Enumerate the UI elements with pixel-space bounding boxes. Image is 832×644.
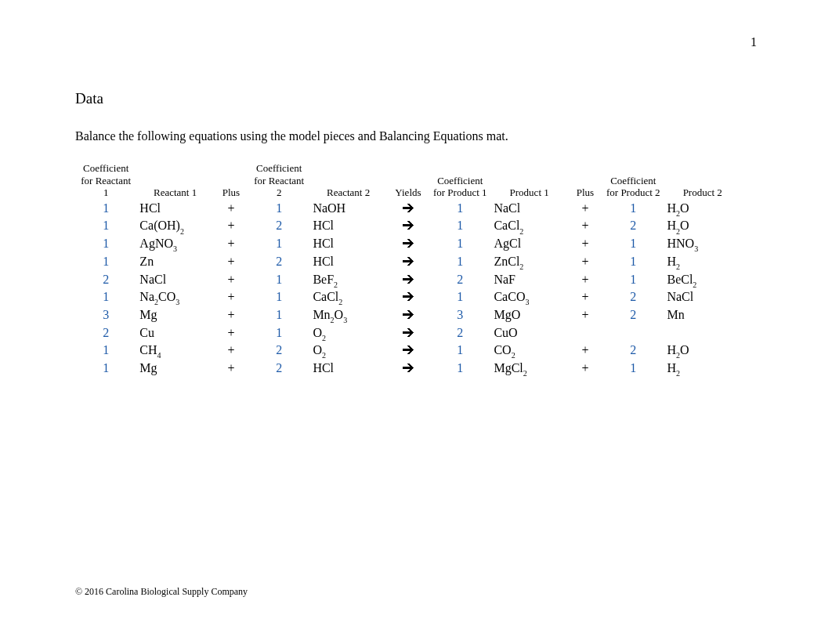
cell-coef-reactant-1: 1 [75,289,136,307]
cell-product-2: H2O [664,218,741,236]
cell-coef-product-2: 1 [602,360,664,378]
cell-reactant-2: BeF2 [309,272,386,290]
cell-coef-product-1: 1 [429,201,490,219]
table-row: 1Ca(OH)2+2HCl🡪1CaCl2+2H2O [75,218,741,236]
table-row: 2Cu+1O2🡪2CuO [75,325,741,343]
cell-coef-product-2 [602,325,664,343]
table-row: 1AgNO3+1HCl🡪1AgCl+1HNO3 [75,236,741,254]
cell-reactant-2: O2 [309,325,386,343]
cell-product-1: CuO [490,325,567,343]
table-row: 1Mg+2HCl🡪1MgCl2+1H2 [75,360,741,378]
cell-coef-reactant-1: 2 [75,325,136,343]
cell-reactant-1: Zn [136,254,213,272]
header-product-1: Product 1 [490,161,567,201]
table-row: 3Mg+1Mn2O3🡪3MgO+2Mn [75,307,741,325]
table-row: 1Zn+2HCl🡪1ZnCl2+1H2 [75,254,741,272]
cell-plus-2: + [568,236,602,254]
cell-product-2: H2 [664,254,741,272]
cell-plus-1: + [214,218,248,236]
cell-coef-reactant-2: 2 [248,254,309,272]
page-number: 1 [751,35,757,49]
cell-coef-product-2: 1 [602,272,664,290]
instructions-text: Balance the following equations using th… [75,129,757,143]
header-coef-reactant-2: Coefficient for Reactant 2 [248,161,309,201]
cell-yields: 🡪 [387,272,429,290]
cell-coef-product-1: 1 [429,236,490,254]
cell-coef-product-1: 3 [429,307,490,325]
cell-reactant-1: CH4 [136,342,213,360]
cell-product-1: ZnCl2 [490,254,567,272]
cell-yields: 🡪 [387,325,429,343]
cell-coef-product-1: 2 [429,272,490,290]
content-area: Data Balance the following equations usi… [75,90,757,378]
cell-coef-product-2: 2 [602,289,664,307]
cell-product-1: NaCl [490,201,567,219]
cell-yields: 🡪 [387,289,429,307]
table-row: 1CH4+2O2🡪1CO2+2H2O [75,342,741,360]
cell-product-2 [664,325,741,343]
cell-coef-reactant-2: 1 [248,236,309,254]
table-header-row: Coefficient for Reactant 1 Reactant 1 Pl… [75,161,741,201]
cell-plus-1: + [214,307,248,325]
cell-product-2: NaCl [664,289,741,307]
header-product-2: Product 2 [664,161,741,201]
cell-reactant-1: Ca(OH)2 [136,218,213,236]
cell-coef-product-1: 1 [429,342,490,360]
table-row: 2NaCl+1BeF2🡪2NaF+1BeCl2 [75,272,741,290]
cell-plus-2: + [568,272,602,290]
cell-reactant-2: Mn2O3 [309,307,386,325]
header-coef-reactant-1: Coefficient for Reactant 1 [75,161,136,201]
cell-reactant-1: AgNO3 [136,236,213,254]
cell-coef-reactant-1: 2 [75,272,136,290]
cell-product-2: H2 [664,360,741,378]
cell-coef-reactant-2: 2 [248,342,309,360]
cell-product-2: H2O [664,201,741,219]
cell-reactant-2: HCl [309,254,386,272]
cell-yields: 🡪 [387,201,429,219]
cell-yields: 🡪 [387,236,429,254]
cell-plus-2: + [568,289,602,307]
cell-reactant-2: HCl [309,236,386,254]
cell-coef-product-1: 2 [429,325,490,343]
cell-coef-reactant-1: 1 [75,360,136,378]
table-row: 1Na2CO3+1CaCl2🡪1CaCO3+2NaCl [75,289,741,307]
section-title: Data [75,90,757,107]
cell-reactant-1: Na2CO3 [136,289,213,307]
cell-yields: 🡪 [387,360,429,378]
cell-reactant-2: HCl [309,360,386,378]
cell-product-2: HNO3 [664,236,741,254]
cell-plus-2: + [568,254,602,272]
cell-coef-product-2: 1 [602,236,664,254]
cell-plus-1: + [214,325,248,343]
cell-yields: 🡪 [387,307,429,325]
header-reactant-1: Reactant 1 [136,161,213,201]
header-coef-product-2: Coefficient for Product 2 [602,161,664,201]
cell-plus-2: + [568,201,602,219]
header-plus-1: Plus [214,161,248,201]
header-yields: Yields [387,161,429,201]
cell-product-1: CaCl2 [490,218,567,236]
cell-reactant-2: HCl [309,218,386,236]
header-plus-2: Plus [568,161,602,201]
cell-product-2: H2O [664,342,741,360]
cell-plus-2: + [568,360,602,378]
cell-coef-reactant-1: 1 [75,218,136,236]
cell-plus-2: + [568,307,602,325]
cell-coef-reactant-2: 2 [248,218,309,236]
cell-reactant-1: HCl [136,201,213,219]
cell-reactant-1: Mg [136,360,213,378]
cell-coef-reactant-1: 1 [75,236,136,254]
cell-product-2: BeCl2 [664,272,741,290]
cell-coef-reactant-2: 1 [248,325,309,343]
cell-coef-product-1: 1 [429,289,490,307]
cell-coef-reactant-1: 1 [75,201,136,219]
cell-coef-product-2: 1 [602,254,664,272]
cell-plus-1: + [214,236,248,254]
cell-plus-1: + [214,254,248,272]
cell-product-1: MgO [490,307,567,325]
copyright-footer: © 2016 Carolina Biological Supply Compan… [75,586,248,598]
cell-yields: 🡪 [387,342,429,360]
cell-coef-product-2: 2 [602,218,664,236]
cell-coef-product-1: 1 [429,218,490,236]
cell-yields: 🡪 [387,254,429,272]
